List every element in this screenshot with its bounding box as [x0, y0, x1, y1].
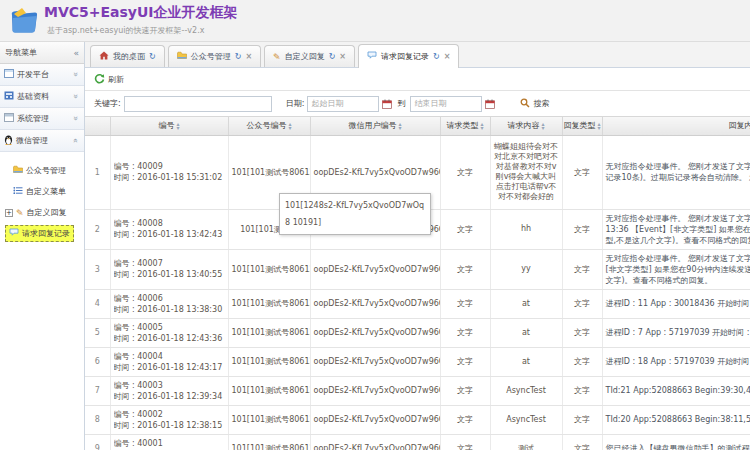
tab-refresh-icon[interactable]: ↻ [433, 52, 440, 61]
cell-id-time: 编号 : 40004 时间 : 2016-01-18 12:43:17 [110, 347, 228, 376]
cell-reply-type: 文字 [562, 405, 602, 434]
cell-reply-content: 无对应指令处理事件。 您刚才发送了文字信息 13:36 【Event】[非文字类… [602, 209, 750, 249]
tab-custom-reply[interactable]: ✎ 自定义回复 ↻ × [264, 45, 355, 67]
end-date-input[interactable] [410, 96, 482, 112]
panel-label: 系统管理 [17, 113, 49, 124]
cell-reply-type: 文字 [562, 347, 602, 376]
cell-req-type: 文字 [440, 376, 490, 405]
search-icon [520, 98, 530, 110]
sort-icon[interactable] [398, 122, 401, 130]
app-subtitle: 基于asp.net+easyui的快速开发框架--v2.x [47, 25, 204, 36]
tab-mp-account[interactable]: 公众号管理 ↻ × [168, 45, 261, 67]
row-number: 7 [85, 376, 110, 405]
datagrid: 编号 公众号编号 微信用户编号 请求类型 请求内容 回复类型 回复内容 1 编号… [85, 117, 750, 450]
dev-platform-icon [4, 69, 14, 80]
sidebar-item-custom-menu[interactable]: 自定义菜单 [9, 183, 70, 200]
menu-list-icon [13, 186, 23, 197]
sidebar-panel-sys-manage[interactable]: 系统管理 » [0, 108, 84, 130]
row-time: 时间 : 2016-01-18 12:38:15 [114, 420, 225, 431]
tab-refresh-icon[interactable]: ↻ [149, 52, 156, 61]
sort-icon[interactable] [597, 122, 600, 130]
chevron-down-icon[interactable]: » [71, 116, 80, 121]
cell-id-time: 编号 : 40007 时间 : 2016-01-18 13:40:55 [110, 249, 228, 289]
refresh-button[interactable]: 刷新 [94, 73, 124, 86]
col-account[interactable]: 公众号编号 [228, 117, 310, 135]
cell-user: oopDEs2-KfL7vy5xQvoOD7w96Oq8 [310, 405, 440, 434]
search-button[interactable]: 搜索 [520, 98, 549, 110]
row-number: 4 [85, 289, 110, 318]
cell-reply-type: 文字 [562, 434, 602, 450]
main-area: 我的桌面 ↻ 公众号管理 ↻ × ✎ 自定义回复 ↻ × [85, 42, 750, 450]
table-row[interactable]: 6 编号 : 40004 时间 : 2016-01-18 12:43:17 10… [85, 347, 750, 376]
pencil-icon: ✎ [273, 52, 281, 62]
table-row[interactable]: 9 编号 : 40001 时间 : 2016-01-18 12:37:05 10… [85, 434, 750, 450]
tab-request-log[interactable]: 请求回复记录 ↻ × [358, 44, 459, 68]
col-req-content[interactable]: 请求内容 [490, 117, 562, 135]
table-row[interactable]: 5 编号 : 40005 时间 : 2016-01-18 12:43:36 10… [85, 318, 750, 347]
table-row[interactable]: 8 编号 : 40002 时间 : 2016-01-18 12:38:15 10… [85, 405, 750, 434]
sidebar-panel-base-data[interactable]: 基础资料 » [0, 86, 84, 108]
col-reply-type[interactable]: 回复类型 [562, 117, 602, 135]
cell-req-content: AsyncTest [490, 376, 562, 405]
table-row[interactable]: 4 编号 : 40006 时间 : 2016-01-18 13:38:30 10… [85, 289, 750, 318]
sidebar-collapse-icon[interactable]: « [73, 48, 79, 58]
sidebar-item-request-log[interactable]: 请求回复记录 [5, 225, 74, 242]
cell-req-type: 文字 [440, 318, 490, 347]
col-id[interactable]: 编号 [110, 117, 228, 135]
expander-plus-icon[interactable]: + [5, 209, 13, 217]
tab-close-icon[interactable]: × [245, 52, 252, 61]
panel-label: 微信管理 [16, 135, 48, 146]
sidebar-item-mp-account[interactable]: 公众号管理 [9, 162, 70, 179]
sidebar-panel-dev-platform[interactable]: 开发平台 » [0, 64, 84, 86]
col-req-type[interactable]: 请求类型 [440, 117, 490, 135]
table-header-row: 编号 公众号编号 微信用户编号 请求类型 请求内容 回复类型 回复内容 [85, 117, 750, 135]
cell-reply-type: 文字 [562, 209, 602, 249]
start-date-input[interactable] [307, 96, 379, 112]
sort-icon[interactable] [176, 122, 179, 130]
col-reply-content[interactable]: 回复内容 [602, 117, 750, 135]
tab-label: 公众号管理 [191, 51, 231, 62]
cell-req-type: 文字 [440, 135, 490, 209]
table-row[interactable]: 3 编号 : 40007 时间 : 2016-01-18 13:40:55 10… [85, 249, 750, 289]
penguin-icon [4, 134, 13, 147]
table-row[interactable]: 7 编号 : 40003 时间 : 2016-01-18 12:39:34 10… [85, 376, 750, 405]
tab-close-icon[interactable]: × [444, 52, 451, 61]
sort-icon[interactable] [480, 122, 483, 130]
calendar-icon[interactable] [485, 99, 495, 109]
cell-reply-content: 您已经进入【键盘男微信助手】的测试程序, [602, 434, 750, 450]
cell-reply-type: 文字 [562, 318, 602, 347]
chevron-up-icon[interactable]: » [71, 138, 80, 143]
calendar-icon[interactable] [382, 99, 392, 109]
keyword-input[interactable] [124, 96, 272, 112]
sort-icon[interactable] [288, 122, 291, 130]
sort-icon[interactable] [541, 122, 544, 130]
col-user[interactable]: 微信用户编号 [310, 117, 440, 135]
sidebar: 导航菜单 « 开发平台 » 基础资料 » 系统管理 » [0, 42, 85, 450]
row-id: 编号 : 40006 [114, 293, 225, 304]
tab-refresh-icon[interactable]: ↻ [329, 52, 336, 61]
row-time: 时间 : 2016-01-18 13:38:30 [114, 304, 225, 315]
cell-user: oopDEs2-KfL7vy5xQvoOD7w96Oq8 [310, 376, 440, 405]
date-label: 日期: [286, 98, 305, 109]
tab-close-icon[interactable]: × [339, 52, 346, 61]
sidebar-item-label: 自定义回复 [27, 207, 67, 218]
refresh-label: 刷新 [108, 74, 124, 85]
mp-folder-icon [13, 165, 23, 176]
panel-label: 开发平台 [17, 69, 49, 80]
cell-user: oopDEs2-KfL7vy5xQvoOD7w96Oq8 [310, 434, 440, 450]
sidebar-item-custom-reply[interactable]: + ✎ 自定义回复 [8, 204, 71, 221]
tab-refresh-icon[interactable]: ↻ [235, 52, 242, 61]
cell-req-type: 文字 [440, 249, 490, 289]
row-number: 9 [85, 434, 110, 450]
cell-reply-content: 进程ID : 18 App : 57197039 开始时间 : 43: [602, 347, 750, 376]
chevron-down-icon[interactable]: » [71, 94, 80, 99]
cell-req-content: yy [490, 249, 562, 289]
chevron-down-icon[interactable]: » [71, 72, 80, 77]
sidebar-title: 导航菜单 [5, 47, 37, 58]
cell-id-time: 编号 : 40005 时间 : 2016-01-18 12:43:36 [110, 318, 228, 347]
sidebar-panel-wechat-manage[interactable]: 微信管理 » [0, 130, 84, 152]
cell-account: 101[101测试号806124891] [228, 405, 310, 434]
tab-label: 请求回复记录 [381, 51, 429, 62]
cell-account: 101[101测试号806124891] [228, 376, 310, 405]
tab-my-desktop[interactable]: 我的桌面 ↻ [90, 45, 165, 67]
